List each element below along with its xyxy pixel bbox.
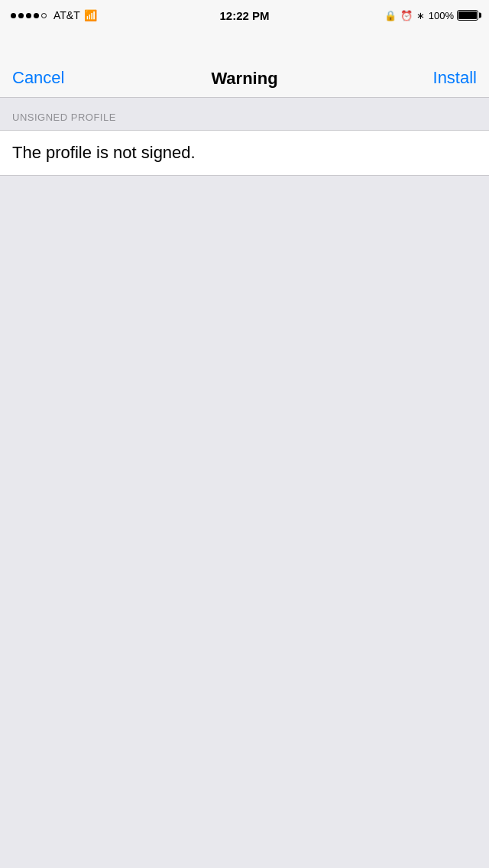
status-bar: AT&T 📶 12:22 PM 🔒 ⏰ ∗ 100% (0, 0, 489, 31)
profile-message-text: The profile is not signed. (12, 143, 196, 162)
signal-dot-5 (41, 13, 47, 18)
battery-container: 100% (429, 10, 478, 21)
nav-title: Warning (211, 69, 277, 89)
nav-bar-wrapper: Cancel Warning Install (0, 31, 489, 98)
profile-message-row: The profile is not signed. (0, 131, 489, 175)
signal-dot-1 (11, 13, 16, 18)
content-area: UNSIGNED PROFILE The profile is not sign… (0, 98, 489, 176)
bluetooth-icon: ∗ (416, 10, 425, 21)
cancel-button[interactable]: Cancel (12, 68, 64, 88)
background-area (0, 176, 489, 787)
nav-bar: Cancel Warning Install (0, 31, 489, 98)
section-header-text: UNSIGNED PROFILE (12, 112, 116, 123)
battery-fill (458, 11, 477, 19)
install-button[interactable]: Install (433, 68, 477, 88)
battery-percent: 100% (429, 10, 454, 21)
carrier-label: AT&T (53, 9, 80, 21)
lock-icon: 🔒 (384, 10, 397, 21)
section-body: The profile is not signed. (0, 130, 489, 176)
signal-dot-4 (34, 13, 39, 18)
section-header: UNSIGNED PROFILE (0, 98, 489, 130)
wifi-icon: 📶 (84, 9, 97, 21)
status-time: 12:22 PM (219, 9, 269, 22)
signal-dot-2 (18, 13, 24, 18)
signal-strength (11, 13, 47, 18)
status-right: 🔒 ⏰ ∗ 100% (384, 10, 478, 21)
signal-dot-3 (26, 13, 31, 18)
status-left: AT&T 📶 (11, 9, 97, 21)
battery-icon (457, 10, 478, 21)
alarm-icon: ⏰ (400, 10, 413, 21)
